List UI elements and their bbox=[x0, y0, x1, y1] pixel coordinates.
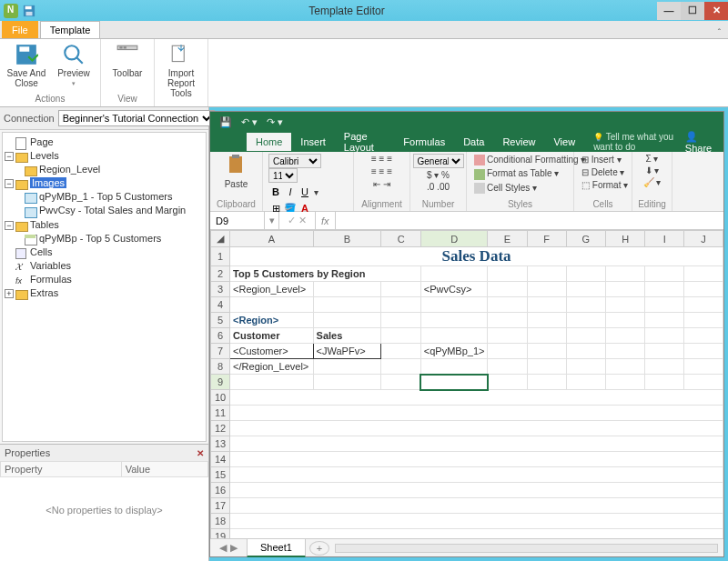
cell[interactable] bbox=[645, 282, 684, 297]
tree-levels[interactable]: Levels bbox=[30, 150, 59, 161]
autosum-button[interactable]: Σ ▾ bbox=[646, 154, 659, 164]
cell[interactable] bbox=[684, 313, 723, 328]
tree-tables[interactable]: Tables bbox=[30, 219, 59, 230]
col-header[interactable]: B bbox=[313, 231, 381, 247]
cell[interactable] bbox=[488, 282, 527, 297]
excel-share-button[interactable]: 👤 Share bbox=[685, 131, 716, 154]
cell[interactable] bbox=[488, 266, 527, 282]
cell[interactable]: Sales Data bbox=[230, 247, 723, 266]
cell[interactable] bbox=[684, 375, 723, 390]
cell[interactable]: <JWaPFv> bbox=[313, 344, 381, 359]
cell[interactable] bbox=[488, 297, 527, 313]
row-header[interactable]: 14 bbox=[211, 452, 230, 467]
font-name-select[interactable]: Calibri bbox=[268, 154, 321, 168]
cell[interactable] bbox=[230, 452, 723, 467]
close-button[interactable]: ✕ bbox=[704, 2, 728, 20]
cell[interactable] bbox=[606, 297, 645, 313]
cell[interactable]: Sales bbox=[313, 328, 381, 344]
cell[interactable] bbox=[527, 344, 566, 359]
cell[interactable]: </Region_Level> bbox=[230, 359, 314, 375]
tree-extras[interactable]: Extras bbox=[30, 287, 58, 298]
cell[interactable] bbox=[606, 344, 645, 359]
cell[interactable] bbox=[566, 266, 605, 282]
name-box[interactable]: D9 bbox=[210, 212, 265, 229]
excel-tell-me[interactable]: Tell me what you want to do bbox=[593, 132, 685, 152]
cell[interactable] bbox=[420, 297, 488, 313]
import-report-tools-button[interactable]: Import Report Tools bbox=[160, 41, 202, 98]
cell[interactable] bbox=[527, 297, 566, 313]
cell[interactable] bbox=[645, 328, 684, 344]
align-top-row[interactable]: ≡ ≡ ≡ bbox=[371, 154, 392, 164]
cell[interactable] bbox=[606, 328, 645, 344]
tree-view[interactable]: Page −Levels Region_Level −Images qPyMBp… bbox=[2, 132, 207, 442]
row-header[interactable]: 11 bbox=[211, 406, 230, 421]
col-header[interactable]: D bbox=[420, 231, 488, 247]
cell[interactable] bbox=[420, 313, 488, 328]
cell[interactable] bbox=[313, 359, 381, 375]
cell[interactable] bbox=[230, 406, 723, 421]
fill-button[interactable]: ⬇ ▾ bbox=[645, 165, 660, 175]
cell[interactable] bbox=[645, 313, 684, 328]
row-header[interactable]: 19 bbox=[211, 529, 230, 539]
format-as-table-button[interactable]: Format as Table ▾ bbox=[472, 167, 561, 180]
horizontal-scrollbar[interactable] bbox=[335, 544, 718, 553]
cell[interactable] bbox=[527, 266, 566, 282]
cell[interactable] bbox=[566, 297, 605, 313]
col-header[interactable]: I bbox=[645, 231, 684, 247]
bold-button[interactable]: B bbox=[268, 185, 283, 199]
tree-img1[interactable]: qPyMBp_1 - Top 5 Customers bbox=[39, 191, 173, 202]
row-header[interactable]: 13 bbox=[211, 436, 230, 452]
col-header[interactable]: A bbox=[230, 231, 314, 247]
cell[interactable] bbox=[381, 344, 420, 359]
name-box-dropdown-icon[interactable]: ▾ bbox=[265, 212, 279, 229]
cell[interactable] bbox=[230, 483, 723, 498]
underline-button[interactable]: U bbox=[298, 185, 312, 199]
row-header[interactable]: 17 bbox=[211, 498, 230, 514]
maximize-button[interactable]: ☐ bbox=[681, 2, 704, 20]
cell[interactable] bbox=[606, 282, 645, 297]
expand-icon[interactable]: + bbox=[5, 289, 14, 298]
row-header[interactable]: 8 bbox=[211, 359, 230, 375]
excel-tab-formulas[interactable]: Formulas bbox=[394, 133, 454, 151]
minimize-button[interactable]: — bbox=[657, 2, 681, 20]
cell[interactable] bbox=[566, 282, 605, 297]
cell[interactable] bbox=[230, 436, 723, 452]
cell[interactable] bbox=[230, 529, 723, 539]
cell[interactable] bbox=[645, 375, 684, 390]
tab-template[interactable]: Template bbox=[40, 21, 101, 38]
collapse-icon[interactable]: − bbox=[5, 221, 14, 230]
currency-button[interactable]: $ ▾ % bbox=[427, 170, 450, 180]
row-header[interactable]: 4 bbox=[211, 297, 230, 313]
cell[interactable] bbox=[527, 282, 566, 297]
tree-region-level[interactable]: Region_Level bbox=[39, 164, 100, 175]
decimal-buttons[interactable]: .0 .00 bbox=[427, 182, 450, 192]
conditional-formatting-button[interactable]: Conditional Formatting ▾ bbox=[472, 154, 587, 166]
cell[interactable] bbox=[420, 328, 488, 344]
cell[interactable] bbox=[566, 375, 605, 390]
cell[interactable] bbox=[381, 282, 420, 297]
active-cell[interactable] bbox=[420, 375, 488, 390]
excel-tab-insert[interactable]: Insert bbox=[291, 133, 335, 151]
cell[interactable] bbox=[420, 359, 488, 375]
cell[interactable] bbox=[230, 421, 723, 436]
cell[interactable] bbox=[488, 313, 527, 328]
cell[interactable]: <qPyMBp_1> bbox=[420, 344, 488, 359]
excel-redo-icon[interactable]: ↷ ▾ bbox=[267, 116, 283, 128]
cell[interactable] bbox=[606, 375, 645, 390]
save-and-close-button[interactable]: Save And Close bbox=[5, 41, 47, 92]
tree-page[interactable]: Page bbox=[30, 136, 54, 147]
toolbar-button[interactable]: Toolbar bbox=[106, 41, 148, 92]
cell[interactable] bbox=[606, 313, 645, 328]
col-header[interactable]: G bbox=[566, 231, 605, 247]
cell[interactable] bbox=[230, 375, 314, 390]
cell[interactable] bbox=[313, 297, 381, 313]
cell[interactable] bbox=[381, 328, 420, 344]
cell[interactable] bbox=[645, 344, 684, 359]
align-mid-row[interactable]: ≡ ≡ ≡ bbox=[371, 166, 392, 176]
cell[interactable]: Customer bbox=[230, 328, 314, 344]
properties-close-icon[interactable]: ✕ bbox=[197, 448, 204, 458]
cell[interactable] bbox=[488, 375, 527, 390]
cell[interactable] bbox=[684, 266, 723, 282]
cell[interactable] bbox=[684, 297, 723, 313]
tree-img2[interactable]: PwvCsy - Total Sales and Margin bbox=[39, 205, 186, 215]
